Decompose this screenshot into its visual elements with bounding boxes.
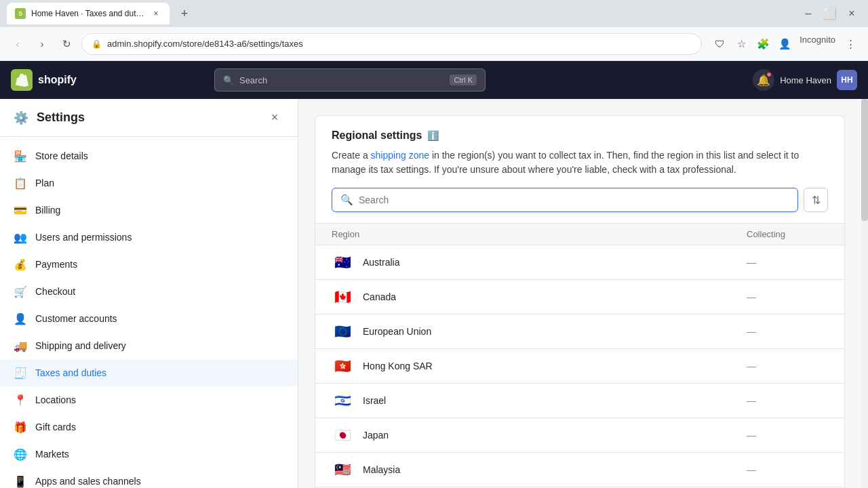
profile-icon[interactable]: 👤 (775, 35, 794, 54)
menu-icon[interactable]: ⋮ (841, 35, 860, 54)
sidebar-item-plan[interactable]: 📋 Plan (0, 169, 298, 197)
region-name-israel: Israel (363, 395, 747, 406)
region-row-australia[interactable]: 🇦🇺 Australia — (315, 245, 844, 280)
region-row-canada[interactable]: 🇨🇦 Canada — (315, 280, 844, 314)
nav-label-customer-accounts: Customer accounts (35, 313, 117, 324)
table-header: Region Collecting (315, 223, 844, 245)
collecting-malaysia: — (747, 464, 828, 475)
region-search[interactable]: 🔍 (332, 188, 798, 212)
sidebar-item-gift-cards[interactable]: 🎁 Gift cards (0, 413, 298, 441)
nav-icon-locations: 📍 (14, 393, 27, 407)
sidebar-item-users-permissions[interactable]: 👥 Users and permissions (0, 224, 298, 251)
sort-button[interactable]: ⇅ (804, 188, 828, 212)
shield-icon[interactable]: 🛡 (710, 35, 729, 54)
nav-label-plan: Plan (35, 178, 54, 188)
region-row-israel[interactable]: 🇮🇱 Israel — (315, 384, 844, 418)
collecting-japan: — (747, 430, 828, 441)
region-row-european-union[interactable]: 🇪🇺 European Union — (315, 314, 844, 349)
flag-israel: 🇮🇱 (332, 393, 353, 408)
search-input[interactable] (359, 195, 789, 205)
store-avatar[interactable]: HH (837, 70, 857, 90)
browser-tab[interactable]: S Home Haven · Taxes and dutie... × (7, 3, 170, 24)
nav-icon-store-details: 🏪 (14, 149, 27, 163)
extensions-icon[interactable]: 🧩 (753, 35, 772, 54)
region-name-australia: Australia (363, 257, 747, 268)
nav-icon-users-permissions: 👥 (14, 230, 27, 244)
region-row-hong-kong[interactable]: 🇭🇰 Hong Kong SAR — (315, 349, 844, 384)
collecting-australia: — (747, 257, 828, 268)
window-controls: – ⬜ × (799, 4, 861, 23)
flag-european-union: 🇪🇺 (332, 324, 353, 339)
sidebar-item-taxes-duties[interactable]: 🧾 Taxes and duties (0, 359, 298, 386)
settings-close-button[interactable]: × (265, 108, 284, 127)
shipping-zone-link[interactable]: shipping zone (371, 150, 429, 161)
lock-icon: 🔒 (92, 39, 102, 49)
scrollbar-thumb[interactable] (861, 99, 868, 221)
new-tab-button[interactable]: + (175, 4, 194, 23)
shopify-app: shopify 🔍 Search Ctrl K 🔔 Home Haven HH … (0, 61, 868, 488)
topbar: shopify 🔍 Search Ctrl K 🔔 Home Haven HH (0, 61, 868, 99)
nav-label-taxes-duties: Taxes and duties (35, 367, 106, 378)
nav-label-shipping-delivery: Shipping and delivery (35, 340, 126, 351)
logo-text: shopify (38, 74, 77, 86)
bookmark-icon[interactable]: ☆ (732, 35, 751, 54)
maximize-button[interactable]: ⬜ (821, 4, 840, 23)
info-icon[interactable]: ℹ️ (427, 130, 439, 141)
col-region-header: Region (332, 229, 747, 239)
regional-title: Regional settings ℹ️ (332, 129, 828, 142)
sidebar-item-customer-accounts[interactable]: 👤 Customer accounts (0, 305, 298, 332)
nav-icon-taxes-duties: 🧾 (14, 366, 27, 380)
sidebar-item-store-details[interactable]: 🏪 Store details (0, 142, 298, 169)
sidebar-item-locations[interactable]: 📍 Locations (0, 386, 298, 413)
flag-malaysia: 🇲🇾 (332, 462, 353, 477)
region-row-malaysia[interactable]: 🇲🇾 Malaysia — (315, 453, 844, 487)
sidebar-item-billing[interactable]: 💳 Billing (0, 197, 298, 224)
sidebar-item-markets[interactable]: 🌐 Markets (0, 441, 298, 468)
search-icon: 🔍 (340, 194, 353, 206)
tab-favicon: S (15, 8, 26, 19)
minimize-button[interactable]: – (799, 4, 818, 23)
region-name-european-union: European Union (363, 326, 747, 337)
sidebar-item-shipping-delivery[interactable]: 🚚 Shipping and delivery (0, 332, 298, 359)
search-icon: 🔍 (223, 75, 234, 85)
address-bar[interactable]: 🔒 admin.shopify.com/store/de8143-a6/sett… (81, 33, 702, 55)
col-collecting-header: Collecting (747, 229, 828, 239)
collecting-european-union: — (747, 326, 828, 337)
back-button[interactable]: ‹ (8, 35, 27, 54)
region-name-hong-kong: Hong Kong SAR (363, 361, 747, 371)
region-row-japan[interactable]: 🇯🇵 Japan — (315, 418, 844, 453)
flag-canada: 🇨🇦 (332, 289, 353, 304)
nav-label-billing: Billing (35, 205, 60, 216)
settings-layout: ⚙️ Settings × 🏪 Store details 📋 Plan 💳 B… (0, 99, 868, 488)
nav-icon-markets: 🌐 (14, 447, 27, 461)
tab-close-button[interactable]: × (151, 8, 161, 19)
collecting-hong-kong: — (747, 361, 828, 371)
nav-extras: 🛡 ☆ 🧩 👤 Incognito ⋮ (710, 35, 860, 54)
nav-label-users-permissions: Users and permissions (35, 232, 132, 243)
nav-icon-checkout: 🛒 (14, 285, 27, 298)
flag-japan: 🇯🇵 (332, 428, 353, 443)
nav-label-apps-sales: Apps and sales channels (35, 476, 141, 487)
incognito-label: Incognito (797, 35, 838, 54)
logo-mark (11, 69, 33, 91)
forward-button[interactable]: › (33, 35, 52, 54)
nav-icon-billing: 💳 (14, 203, 27, 217)
nav-icon-gift-cards: 🎁 (14, 420, 27, 434)
settings-title: Settings (37, 110, 85, 125)
region-name-japan: Japan (363, 430, 747, 441)
settings-nav: 🏪 Store details 📋 Plan 💳 Billing 👥 Users… (0, 137, 298, 488)
refresh-button[interactable]: ↻ (57, 35, 76, 54)
notification-button[interactable]: 🔔 (753, 69, 774, 91)
regional-header: Regional settings ℹ️ Create a shipping z… (315, 116, 844, 188)
nav-label-gift-cards: Gift cards (35, 422, 76, 432)
sidebar-item-payments[interactable]: 💰 Payments (0, 251, 298, 278)
topbar-search[interactable]: 🔍 Search Ctrl K (214, 68, 486, 92)
sidebar-item-checkout[interactable]: 🛒 Checkout (0, 278, 298, 305)
shopify-logo[interactable]: shopify (11, 69, 77, 91)
close-window-button[interactable]: × (842, 4, 861, 23)
sidebar-item-apps-sales[interactable]: 📱 Apps and sales channels (0, 468, 298, 488)
notification-badge (766, 72, 772, 77)
tab-title: Home Haven · Taxes and dutie... (31, 9, 145, 18)
region-table: Region Collecting 🇦🇺 Australia — 🇨🇦 Cana… (315, 223, 844, 487)
region-name-canada: Canada (363, 291, 747, 302)
